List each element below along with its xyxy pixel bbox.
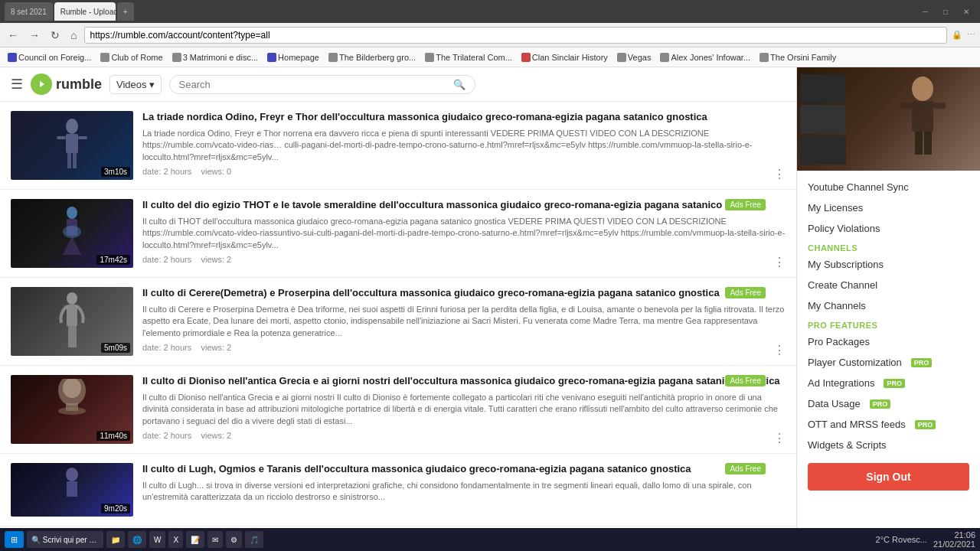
minimize-button[interactable]: ─ xyxy=(916,2,934,21)
bookmark-label-2: Club of Rome xyxy=(111,53,162,62)
svg-marker-10 xyxy=(63,236,81,255)
video-thumbnail-4[interactable]: 11m40s xyxy=(11,375,133,444)
sidebar-item-policy[interactable]: Policy Violations xyxy=(797,218,980,239)
bookmark-label-5: The Bilderberg gro... xyxy=(339,53,416,62)
hamburger-button[interactable]: ☰ xyxy=(11,76,23,93)
taskbar-notepad[interactable]: 📝 xyxy=(186,531,204,548)
sidebar-item-ad-integrations[interactable]: Ad Integrations PRO xyxy=(797,373,980,393)
svg-rect-3 xyxy=(66,134,78,153)
taskbar-search[interactable]: 🔍 Scrivi qui per eseguire la ricerca xyxy=(27,531,103,548)
bookmark-label-9: Alex Jones' Infowar... xyxy=(671,53,750,62)
thumb-figure-5 xyxy=(53,467,91,513)
address-input[interactable] xyxy=(84,27,947,44)
bookmark-icon-6 xyxy=(425,53,434,62)
search-icon[interactable]: 🔍 xyxy=(453,79,466,90)
video-desc-2: Il culto di THOT dell'occultura massonic… xyxy=(142,216,786,251)
bookmark-council[interactable]: Council on Foreig... xyxy=(5,52,94,63)
bookmark-club[interactable]: Club of Rome xyxy=(97,52,165,63)
taskbar-mail[interactable]: ✉ xyxy=(207,531,223,548)
video-views-1: views: 0 xyxy=(201,167,231,176)
more-options-2[interactable]: ⋮ xyxy=(773,255,786,269)
video-thumbnail-3[interactable]: 5m09s xyxy=(11,287,133,356)
browser-tab-1[interactable]: 8 set 2021 xyxy=(5,2,53,21)
video-thumbnail-5[interactable]: 9m20s xyxy=(11,463,133,517)
bookmark-bilderberg[interactable]: The Bilderberg gro... xyxy=(325,52,419,63)
svg-rect-14 xyxy=(68,326,77,347)
sidebar-label-subscriptions: My Subscriptions xyxy=(808,259,884,270)
more-options-4[interactable]: ⋮ xyxy=(773,431,786,445)
sidebar-item-ott-feeds[interactable]: OTT and MRSS feeds PRO xyxy=(797,414,980,435)
rumble-logo-icon xyxy=(31,73,52,95)
bookmark-homepage[interactable]: Homepage xyxy=(264,52,322,63)
bookmark-icon-2 xyxy=(100,53,109,62)
video-title-4[interactable]: Il culto di Dioniso nell'antica Grecia e… xyxy=(142,375,786,388)
dropdown-arrow-icon: ▾ xyxy=(149,79,155,90)
taskbar: ⊞ 🔍 Scrivi qui per eseguire la ricerca 📁… xyxy=(0,528,980,551)
video-title-2[interactable]: Il culto del dio egizio THOT e le tavole… xyxy=(142,199,786,212)
sign-out-button[interactable]: Sign Out xyxy=(808,463,969,491)
home-button[interactable]: ⌂ xyxy=(67,28,80,43)
bookmark-jones[interactable]: Alex Jones' Infowar... xyxy=(657,52,753,63)
video-thumbnail-1[interactable]: 3m10s xyxy=(11,111,133,180)
sidebar-section-channels: CHANNELS xyxy=(797,239,980,254)
taskbar-settings[interactable]: ⚙ xyxy=(226,531,242,548)
back-button[interactable]: ← xyxy=(5,28,21,43)
sidebar-item-player-customization[interactable]: Player Customization PRO xyxy=(797,352,980,373)
bookmark-vegas[interactable]: Vegas xyxy=(614,52,655,63)
video-title-3[interactable]: Il culto di Cerere(Demetra) e Proserpina… xyxy=(142,287,786,300)
tab-label-1: 8 set 2021 xyxy=(11,8,47,16)
bookmark-matrimoni[interactable]: 3 Matrimoni e disc... xyxy=(169,52,261,63)
start-button[interactable]: ⊞ xyxy=(5,531,24,548)
video-title-1[interactable]: La triade nordica Odino, Freyr e Thor de… xyxy=(142,111,786,124)
more-options-3[interactable]: ⋮ xyxy=(773,343,786,357)
sidebar-item-pro-packages[interactable]: Pro Packages xyxy=(797,331,980,352)
sidebar-item-data-usage[interactable]: Data Usage PRO xyxy=(797,393,980,414)
bookmark-trilateral[interactable]: The Trilateral Com... xyxy=(422,52,515,63)
browser-tab-2[interactable]: Rumble - Upload xyxy=(54,2,116,21)
maximize-button[interactable]: □ xyxy=(937,2,954,21)
sidebar-item-subscriptions[interactable]: My Subscriptions xyxy=(797,254,980,275)
sidebar-item-create-channel[interactable]: Create Channel xyxy=(797,275,980,295)
bookmark-label-6: The Trilateral Com... xyxy=(436,53,512,62)
pro-badge-data: PRO xyxy=(870,399,891,409)
sidebar-label-my-channels: My Channels xyxy=(808,300,866,311)
forward-button[interactable]: → xyxy=(26,28,43,43)
refresh-button[interactable]: ↻ xyxy=(47,28,63,43)
video-title-5[interactable]: Il culto di Lugh, Ogmios e Taranis dell'… xyxy=(142,463,786,476)
tab-label-2: Rumble - Upload xyxy=(60,8,116,16)
sidebar-item-youtube-sync[interactable]: Youtube Channel Sync xyxy=(797,177,980,197)
taskbar-explorer[interactable]: 📁 xyxy=(106,531,125,548)
taskbar-word[interactable]: W xyxy=(149,531,165,548)
svg-point-18 xyxy=(58,407,86,415)
rumble-logo[interactable]: rumble xyxy=(31,73,102,95)
taskbar-media[interactable]: 🎵 xyxy=(245,531,263,548)
video-thumbnail-2[interactable]: 17m42s xyxy=(11,199,133,268)
svg-rect-26 xyxy=(924,132,932,155)
search-input[interactable] xyxy=(179,79,453,90)
video-info-4: Il culto di Dioniso nell'antica Grecia e… xyxy=(142,375,786,444)
thumb-figure-4 xyxy=(47,379,97,440)
bookmark-sinclair[interactable]: Clan Sinclair History xyxy=(518,52,611,63)
rumble-header: ☰ rumble Videos ▾ 🔍 xyxy=(0,67,796,102)
content-area: ☰ rumble Videos ▾ 🔍 xyxy=(0,67,796,528)
bookmark-label-8: Vegas xyxy=(628,53,652,62)
bookmark-icon-3 xyxy=(172,53,181,62)
new-tab-button[interactable]: + xyxy=(117,2,134,21)
svg-rect-5 xyxy=(78,136,87,139)
close-button[interactable]: ✕ xyxy=(957,2,975,21)
video-item-5: 9m20s Il culto di Lugh, Ogmios e Taranis… xyxy=(0,454,796,526)
taskbar-browser[interactable]: 🌐 xyxy=(128,531,146,548)
ads-free-badge-5: Ads Free xyxy=(725,463,766,474)
sidebar-item-licenses[interactable]: My Licenses xyxy=(797,197,980,218)
sidebar-item-widgets[interactable]: Widgets & Scripts xyxy=(797,435,980,455)
thumb-figure-1 xyxy=(45,117,99,174)
taskbar-excel[interactable]: X xyxy=(168,531,183,548)
pip-video-bg xyxy=(797,67,980,171)
videos-dropdown[interactable]: Videos ▾ xyxy=(109,75,162,94)
sidebar-label-data-usage: Data Usage xyxy=(808,398,861,409)
video-item-4: 11m40s Il culto di Dioniso nell'antica G… xyxy=(0,366,796,454)
sidebar-item-my-channels[interactable]: My Channels xyxy=(797,295,980,316)
bookmark-orsini[interactable]: The Orsini Family xyxy=(756,52,839,63)
more-options-1[interactable]: ⋮ xyxy=(773,167,786,181)
video-views-3: views: 2 xyxy=(201,343,231,352)
